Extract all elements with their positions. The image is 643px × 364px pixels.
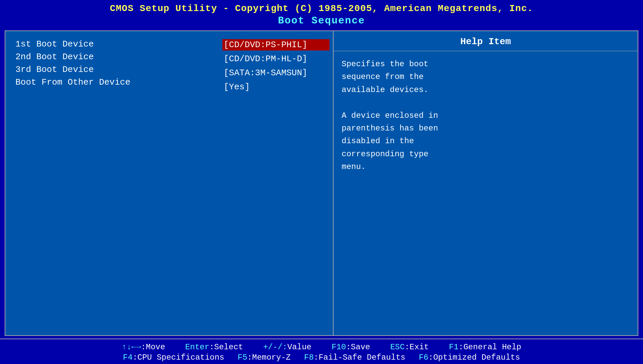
header: CMOS Setup Utility - Copyright (C) 1985-…: [0, 0, 643, 28]
setting-row-2nd[interactable]: 2nd Boot Device: [15, 52, 209, 62]
setting-label-other: Boot From Other Device: [15, 77, 209, 87]
help-line8: corresponding type: [342, 150, 428, 159]
help-line3: available devices.: [342, 85, 428, 94]
footer-f8: F8:Fail-Safe Defaults: [304, 353, 405, 362]
help-line9: menu.: [342, 162, 366, 171]
footer-exit: ESC:Exit: [390, 343, 429, 352]
help-line2: sequence from the: [342, 72, 424, 81]
footer-f5: F5:Memory-Z: [238, 353, 291, 362]
footer-f6: F6:Optimized Defaults: [419, 353, 520, 362]
setting-label-1st: 1st Boot Device: [15, 39, 209, 49]
header-title: CMOS Setup Utility - Copyright (C) 1985-…: [0, 3, 643, 14]
footer-line2: F4:CPU Specifications F5:Memory-Z F8:Fai…: [7, 353, 636, 362]
settings-panel: 1st Boot Device 2nd Boot Device 3rd Boot…: [5, 31, 219, 335]
main-content: 1st Boot Device 2nd Boot Device 3rd Boot…: [5, 30, 638, 336]
help-line1: Specifies the boot: [342, 60, 428, 69]
setting-label-2nd: 2nd Boot Device: [15, 52, 209, 62]
setting-row-other[interactable]: Boot From Other Device: [15, 77, 209, 87]
footer-save: F10:Save: [332, 343, 370, 352]
value-1st[interactable]: [CD/DVD:PS-PHIL]: [222, 39, 330, 51]
value-other[interactable]: [Yes]: [222, 81, 330, 93]
help-line6: parenthesis has been: [342, 124, 438, 133]
help-title: Help Item: [334, 31, 638, 51]
footer-move: ↑↓←→:Move: [122, 343, 165, 352]
footer: ↑↓←→:Move Enter:Select +/-/:Value F10:Sa…: [0, 339, 643, 364]
footer-f4: F4:CPU Specifications: [123, 353, 224, 362]
footer-help: F1:General Help: [449, 343, 521, 352]
values-panel: [CD/DVD:PS-PHIL] [CD/DVD:PM-HL-D] [SATA:…: [219, 31, 333, 335]
help-line5: A device enclosed in: [342, 111, 438, 120]
bios-screen: CMOS Setup Utility - Copyright (C) 1985-…: [0, 0, 643, 364]
help-line7: disabled in the: [342, 136, 414, 146]
help-panel: Help Item Specifies the boot sequence fr…: [334, 31, 638, 335]
content-left: 1st Boot Device 2nd Boot Device 3rd Boot…: [5, 31, 334, 335]
footer-value: +/-/:Value: [263, 343, 311, 352]
value-2nd[interactable]: [CD/DVD:PM-HL-D]: [222, 53, 330, 65]
help-text: Specifies the boot sequence from the ava…: [334, 51, 638, 180]
footer-line1: ↑↓←→:Move Enter:Select +/-/:Value F10:Sa…: [7, 343, 636, 352]
value-3rd[interactable]: [SATA:3M-SAMSUN]: [222, 67, 330, 79]
footer-select: Enter:Select: [185, 343, 243, 352]
header-subtitle: Boot Sequence: [0, 15, 643, 26]
setting-row-1st[interactable]: 1st Boot Device: [15, 39, 209, 49]
setting-row-3rd[interactable]: 3rd Boot Device: [15, 65, 209, 75]
setting-label-3rd: 3rd Boot Device: [15, 65, 209, 75]
